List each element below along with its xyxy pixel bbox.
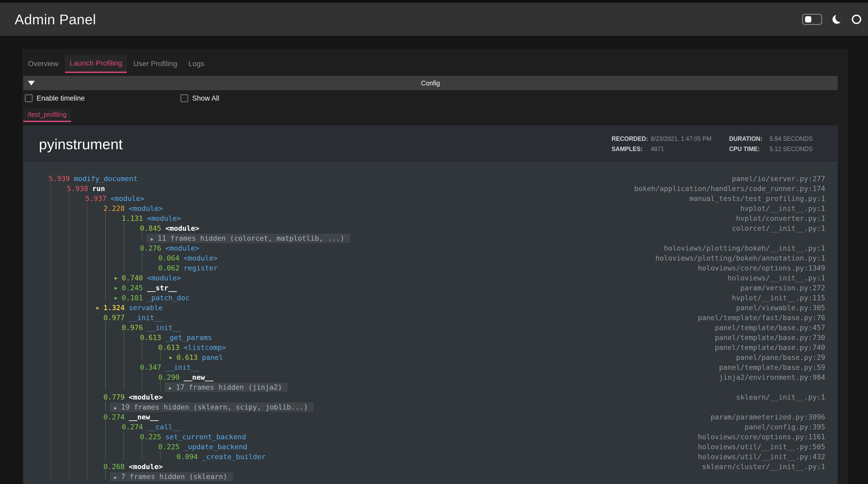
frame-time: 5.939 bbox=[49, 175, 70, 183]
pyinstrument-panel: pyinstrument RECORDED: 8/23/2021, 1:47:0… bbox=[23, 125, 838, 484]
frame-row[interactable]: 0.276<module>holoviews/plotting/bokeh/__… bbox=[23, 243, 838, 253]
collapsed-triangle-icon[interactable]: ▶ bbox=[115, 283, 118, 293]
frame-name: __init__ bbox=[129, 314, 163, 322]
hidden-frames-row: ▶19 frames hidden (sklearn, scipy, jobli… bbox=[23, 402, 838, 412]
frame-row[interactable]: 0.274__new__param/parameterized.py:3096 bbox=[23, 412, 838, 422]
show-all-option[interactable]: Show All bbox=[181, 93, 219, 104]
frame-source-path: bokeh/application/handlers/code_runner.p… bbox=[634, 184, 826, 194]
frame-source-path: jinja2/environment.py:984 bbox=[719, 372, 825, 382]
expand-triangle-icon: ▶ bbox=[114, 405, 117, 410]
hidden-frames-toggle[interactable]: ▶17 frames hidden (jinja2) bbox=[165, 382, 288, 392]
frame-name: _patch_doc bbox=[147, 294, 190, 302]
frame-time: 0.613 bbox=[140, 334, 161, 342]
frame-source-path: colorcet/__init__.py:1 bbox=[732, 223, 825, 233]
frame-source-path: param/parameterized.py:3096 bbox=[711, 412, 825, 422]
hidden-frames-label: 11 frames hidden (colorcet, matplotlib, … bbox=[158, 234, 344, 242]
frame-row[interactable]: 0.064<module>holoviews/plotting/bokeh/an… bbox=[23, 253, 838, 263]
frame-time: 0.062 bbox=[158, 264, 179, 272]
frame-name: set_current_backend bbox=[165, 433, 246, 441]
header-icons bbox=[802, 14, 861, 25]
frame-time: 0.225 bbox=[140, 433, 161, 441]
frame-source-path: panel/io/server.py:277 bbox=[732, 174, 825, 184]
frame-row[interactable]: 0.779<module>sklearn/__init__.py:1 bbox=[23, 392, 838, 402]
frame-row[interactable]: 0.977__init__panel/template/fast/base.py… bbox=[23, 313, 838, 323]
hidden-frames-row: ▶17 frames hidden (jinja2) bbox=[23, 382, 838, 392]
admin-panel-page: Admin Panel OverviewLaunch ProfilingUser… bbox=[0, 0, 868, 484]
frame-time: 0.274 bbox=[122, 423, 143, 431]
tab-test-profiling[interactable]: /test_profiling bbox=[23, 109, 71, 122]
frame-time: 5.937 bbox=[85, 194, 106, 202]
frame-name: <module> bbox=[129, 204, 163, 212]
frame-name: panel bbox=[202, 353, 223, 362]
frame-name: _create_builder bbox=[202, 453, 266, 461]
tab-label: Overview bbox=[28, 60, 59, 68]
profile-tree-scroll-area[interactable]: 5.939modify_documentpanel/io/server.py:2… bbox=[23, 163, 838, 484]
frame-row[interactable]: 1.131<module>hvplot/converter.py:1 bbox=[23, 213, 838, 223]
collapsed-triangle-icon[interactable]: ▶ bbox=[115, 273, 118, 283]
frame-row[interactable]: 0.274__call__panel/config.py:395 bbox=[23, 422, 838, 432]
config-section-header[interactable]: Config bbox=[23, 76, 838, 90]
frame-row[interactable]: 0.062registerholoviews/core/options.py:1… bbox=[23, 263, 838, 273]
frame-row[interactable]: 0.976__init__panel/template/base.py:457 bbox=[23, 323, 838, 333]
frame-row[interactable]: 5.937<module>manual_tests/test_profiling… bbox=[23, 194, 838, 204]
frame-row[interactable]: 0.613_get_paramspanel/template/base.py:7… bbox=[23, 333, 838, 343]
busy-indicator-icon bbox=[852, 15, 861, 24]
hidden-frames-row: ▶11 frames hidden (colorcet, matplotlib,… bbox=[23, 233, 838, 243]
frame-name: <module> bbox=[147, 214, 181, 222]
frame-name: <module> bbox=[129, 393, 163, 401]
collapsed-triangle-icon[interactable]: ▶ bbox=[96, 303, 99, 313]
frame-source-path: sklearn/__init__.py:1 bbox=[736, 392, 825, 402]
frame-row[interactable]: ▶1.324servablepanel/viewable.py:305 bbox=[23, 303, 838, 313]
tab-user-profiling[interactable]: User Profiling bbox=[129, 55, 182, 73]
frame-source-path: param/version.py:272 bbox=[740, 283, 825, 293]
app-header: Admin Panel bbox=[0, 3, 868, 36]
frame-row[interactable]: ▶0.740<module>holoviews/__init__.py:1 bbox=[23, 273, 838, 283]
frame-source-path: panel/template/base.py:740 bbox=[715, 343, 825, 352]
frame-source-path: panel/template/base.py:59 bbox=[719, 363, 825, 372]
hidden-frames-toggle[interactable]: ▶19 frames hidden (sklearn, scipy, jobli… bbox=[110, 402, 314, 412]
hidden-frames-toggle[interactable]: ▶11 frames hidden (colorcet, matplotlib,… bbox=[147, 234, 350, 243]
frame-row[interactable]: 0.845<module>colorcet/__init__.py:1 bbox=[23, 223, 838, 233]
frame-name: _get_params bbox=[165, 334, 212, 342]
collapse-caret-icon[interactable] bbox=[28, 81, 35, 85]
frame-name: __new__ bbox=[184, 373, 213, 381]
collapsed-triangle-icon[interactable]: ▶ bbox=[115, 293, 118, 303]
theme-toggle[interactable] bbox=[802, 14, 822, 25]
tab-overview[interactable]: Overview bbox=[23, 55, 63, 73]
enable-timeline-checkbox[interactable] bbox=[25, 94, 33, 102]
frame-row[interactable]: 2.228<module>hvplot/__init__.py:1 bbox=[23, 204, 838, 213]
config-options-row: Enable timeline Show All bbox=[23, 93, 838, 104]
frame-row[interactable]: ▶0.613panelpanel/pane/base.py:29 bbox=[23, 352, 838, 363]
recorded-label: RECORDED: bbox=[612, 135, 651, 142]
frame-row[interactable]: 0.347__init__panel/template/base.py:59 bbox=[23, 363, 838, 372]
frame-name: <module> bbox=[129, 462, 163, 471]
frame-name: <module> bbox=[165, 224, 199, 232]
frame-name: <module> bbox=[147, 274, 181, 282]
frame-row[interactable]: 5.938runbokeh/application/handlers/code_… bbox=[23, 184, 838, 194]
hidden-frames-toggle[interactable]: ▶7 frames hidden (sklearn) bbox=[110, 472, 233, 481]
frame-row[interactable]: 0.225set_current_backendholoviews/core/o… bbox=[23, 432, 838, 442]
frame-time: 0.094 bbox=[177, 453, 198, 461]
frame-row[interactable]: ▶0.245__str__param/version.py:272 bbox=[23, 283, 838, 293]
frame-row[interactable]: 5.939modify_documentpanel/io/server.py:2… bbox=[23, 174, 838, 184]
frame-row[interactable]: ▶0.101_patch_dochvplot/__init__.py:115 bbox=[23, 293, 838, 303]
frame-source-path: sklearn/cluster/__init__.py:1 bbox=[702, 462, 825, 472]
frame-source-path: holoviews/core/options.py:1161 bbox=[698, 432, 825, 442]
frame-row[interactable]: 0.290__new__jinja2/environment.py:984 bbox=[23, 372, 838, 382]
tab-logs[interactable]: Logs bbox=[184, 55, 209, 73]
cpu-time-label: CPU TIME: bbox=[729, 146, 770, 153]
frame-row[interactable]: 0.268<module>sklearn/cluster/__init__.py… bbox=[23, 462, 838, 472]
enable-timeline-option[interactable]: Enable timeline bbox=[25, 93, 85, 104]
collapsed-triangle-icon[interactable]: ▶ bbox=[169, 352, 172, 363]
frame-source-path: panel/template/base.py:457 bbox=[715, 323, 825, 333]
frame-row[interactable]: 0.613<listcomp>panel/template/base.py:74… bbox=[23, 343, 838, 352]
frame-name: <module> bbox=[184, 254, 218, 262]
tab-label: User Profiling bbox=[133, 60, 177, 68]
frame-time: 5.938 bbox=[67, 184, 88, 193]
frame-row[interactable]: 0.094_create_builderholoviews/util/__ini… bbox=[23, 452, 838, 462]
show-all-checkbox[interactable] bbox=[181, 94, 188, 102]
tab-launch-profiling[interactable]: Launch Profiling bbox=[65, 55, 127, 73]
frame-row[interactable]: 0.225_update_backendholoviews/util/__ini… bbox=[23, 442, 838, 452]
frame-time: 2.228 bbox=[103, 204, 125, 212]
enable-timeline-label: Enable timeline bbox=[36, 94, 85, 103]
